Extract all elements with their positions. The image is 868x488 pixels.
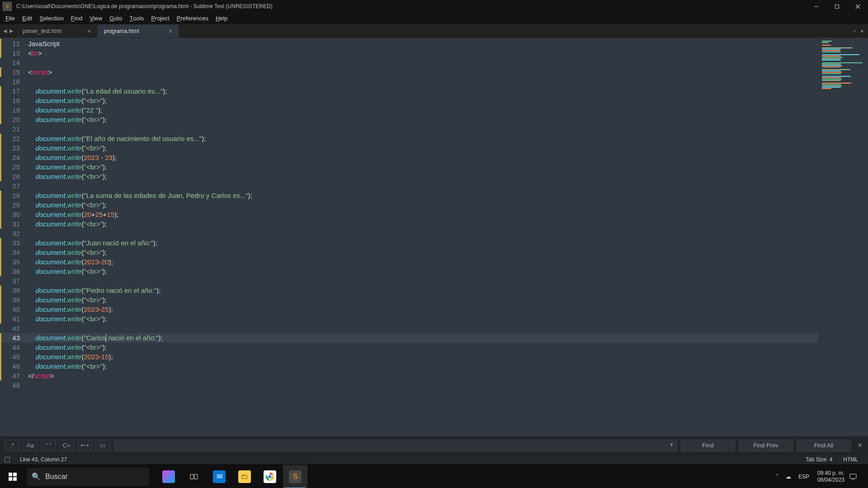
code-line[interactable]	[28, 229, 868, 238]
menu-item-file[interactable]: File	[2, 14, 19, 23]
find-all-button[interactable]: Find All	[797, 440, 851, 451]
minimap[interactable]	[818, 38, 868, 436]
line-number[interactable]: 35	[0, 257, 28, 267]
find-option-4[interactable]: ⟷	[77, 440, 92, 451]
find-option-3[interactable]: C=	[59, 440, 74, 451]
line-number[interactable]: 22	[0, 134, 28, 143]
line-number[interactable]: 38	[0, 286, 28, 295]
line-number[interactable]: 33	[0, 238, 28, 248]
code-line[interactable]: document.write("La edad del usuario es..…	[28, 86, 868, 96]
tab-close-icon[interactable]: ×	[169, 28, 172, 35]
taskbar-app-taskview[interactable]	[182, 465, 206, 488]
taskbar-search[interactable]: 🔍 Buscar	[27, 468, 149, 486]
line-number[interactable]: 48	[0, 380, 28, 390]
taskbar-app-mail[interactable]: ✉	[207, 465, 231, 488]
taskbar-app-copilot[interactable]	[156, 465, 181, 488]
line-number[interactable]: 25	[0, 162, 28, 172]
find-history-dropdown-icon[interactable]: ▼	[669, 442, 674, 447]
code-line[interactable]: document.write("El año de nacimiento del…	[28, 134, 868, 143]
tab-size-selector[interactable]: Tab Size: 4	[800, 456, 838, 463]
code-line[interactable]: document.write("La suma de las edades de…	[28, 191, 868, 200]
line-number[interactable]: 34	[0, 248, 28, 257]
maximize-button[interactable]	[826, 0, 847, 13]
line-number[interactable]: 42	[0, 324, 28, 333]
line-number[interactable]: 15	[0, 67, 28, 77]
tab-overflow-button[interactable]: ▾	[859, 28, 865, 34]
line-number[interactable]: 23	[0, 143, 28, 153]
line-number-gutter[interactable]: 1213141516171819202122232425262728293031…	[0, 38, 28, 436]
close-find-panel-button[interactable]: ✕	[854, 442, 865, 449]
menu-item-goto[interactable]: Goto	[106, 14, 126, 23]
code-line[interactable]: </script>	[28, 371, 868, 380]
line-number[interactable]: 14	[0, 58, 28, 67]
code-line[interactable]	[28, 124, 868, 134]
tray-overflow-icon[interactable]: ˄	[772, 474, 782, 480]
menu-item-find[interactable]: Find	[67, 14, 86, 23]
code-line[interactable]	[28, 58, 868, 67]
code-line[interactable]: document.write("Pedro nació en el año:")…	[28, 286, 868, 295]
new-tab-button[interactable]: ＋	[850, 27, 859, 35]
code-line[interactable]	[28, 77, 868, 86]
line-number[interactable]: 20	[0, 115, 28, 124]
code-line[interactable]	[28, 276, 868, 286]
clock[interactable]: 09:40 p. m. 08/04/2023	[813, 470, 849, 483]
code-line[interactable]: document.write("<br>");	[28, 314, 868, 324]
line-number[interactable]: 29	[0, 200, 28, 210]
code-line[interactable]: <script>	[28, 67, 868, 77]
find-button[interactable]: Find	[681, 440, 735, 451]
line-number[interactable]: 31	[0, 219, 28, 229]
tab-back-button[interactable]: ◀	[2, 28, 8, 34]
code-line[interactable]: document.write("<br>");	[28, 96, 868, 105]
taskbar-app-sublime[interactable]: S	[283, 465, 307, 488]
line-number[interactable]: 45	[0, 352, 28, 361]
tab-close-icon[interactable]: ×	[87, 28, 91, 35]
menu-item-help[interactable]: Help	[212, 14, 231, 23]
code-line[interactable]: <br>	[28, 48, 868, 58]
menu-item-project[interactable]: Project	[147, 14, 173, 23]
code-line[interactable]: document.write("Juan nació en el año:");	[28, 238, 868, 248]
line-number[interactable]: 32	[0, 229, 28, 238]
line-number[interactable]: 37	[0, 276, 28, 286]
code-line[interactable]: JavaScript	[28, 39, 868, 48]
line-number[interactable]: 18	[0, 96, 28, 105]
menu-item-preferences[interactable]: Preferences	[173, 14, 212, 23]
code-line[interactable]: document.write("<br>");	[28, 219, 868, 229]
line-number[interactable]: 39	[0, 295, 28, 305]
line-number[interactable]: 43	[0, 333, 28, 343]
code-line[interactable]: document.write("<br>");	[28, 200, 868, 210]
code-line[interactable]: document.write("22 ");	[28, 105, 868, 115]
line-number[interactable]: 21	[0, 124, 28, 134]
code-line[interactable]: document.write("<br>");	[28, 248, 868, 257]
line-number[interactable]: 26	[0, 172, 28, 181]
syntax-selector[interactable]: HTML	[838, 456, 863, 463]
code-line[interactable]: document.write(2023 - 23);	[28, 153, 868, 162]
code-line[interactable]: document.write("<br>");	[28, 343, 868, 352]
line-number[interactable]: 12	[0, 39, 28, 48]
code-editor[interactable]: JavaScript<br><script> document.write("L…	[28, 38, 868, 436]
taskbar-app-chrome[interactable]	[258, 465, 282, 488]
line-number[interactable]: 13	[0, 48, 28, 58]
line-number[interactable]: 36	[0, 267, 28, 276]
find-option-1[interactable]: Aa	[23, 440, 38, 451]
code-line[interactable]	[28, 181, 868, 191]
taskbar-app-explorer[interactable]: 🗀	[232, 465, 257, 488]
menu-item-selection[interactable]: Selection	[36, 14, 67, 23]
line-number[interactable]: 16	[0, 77, 28, 86]
find-option-2[interactable]: “ ”	[41, 440, 56, 451]
code-line[interactable]: document.write("<br>");	[28, 172, 868, 181]
code-line[interactable]: document.write("<br>");	[28, 267, 868, 276]
tab-primer_test-html[interactable]: primer_test.html×	[16, 24, 98, 38]
tab-forward-button[interactable]: ▶	[8, 28, 14, 34]
onedrive-icon[interactable]: ☁	[782, 474, 795, 480]
find-option-0[interactable]: .*	[5, 440, 20, 451]
line-number[interactable]: 47	[0, 371, 28, 380]
code-line[interactable]: document.write("<br>");	[28, 295, 868, 305]
close-button[interactable]	[847, 0, 868, 13]
find-input[interactable]: ▼	[114, 440, 677, 451]
code-line[interactable]: document.write("<br>");	[28, 361, 868, 371]
code-line[interactable]: document.write(20+25+15);	[28, 210, 868, 219]
line-number[interactable]: 17	[0, 86, 28, 96]
code-line[interactable]: document.write("<br>");	[28, 162, 868, 172]
title-bar[interactable]: S C:\Users\osall\Documents\ONE\Logica de…	[0, 0, 868, 13]
menu-item-edit[interactable]: Edit	[19, 14, 36, 23]
